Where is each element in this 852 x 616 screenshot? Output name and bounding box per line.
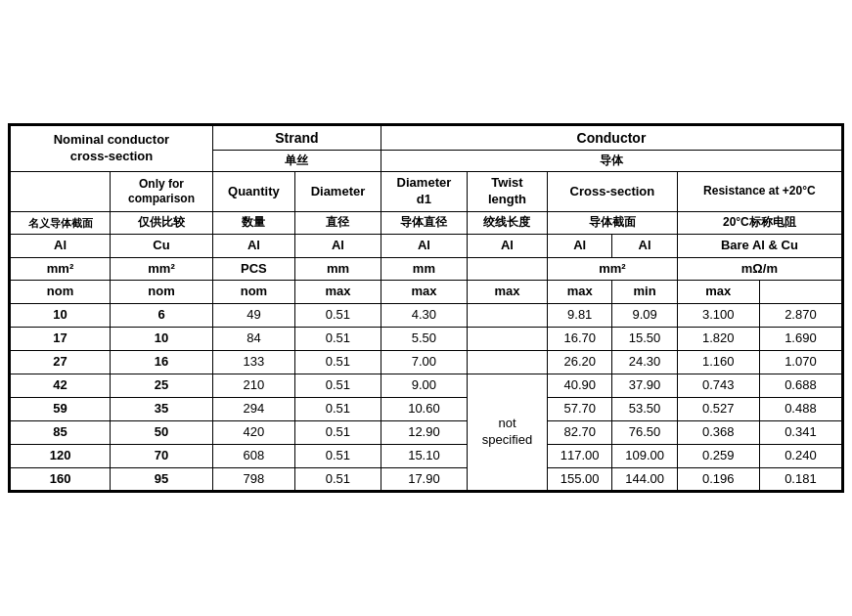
cell-8: 0.259 xyxy=(677,444,759,467)
cell-2: 420 xyxy=(212,420,294,444)
cell-1: 35 xyxy=(111,397,213,420)
cell-1: 70 xyxy=(111,444,213,467)
cell-0: 10 xyxy=(11,304,111,328)
cell-7: 109.00 xyxy=(612,444,677,467)
table-row: 106490.514.309.819.093.1002.870 xyxy=(11,304,842,328)
table-row: 160957980.5117.90155.00144.000.1960.181 xyxy=(11,467,842,491)
cell-4: 5.50 xyxy=(381,328,467,351)
table-row: 27161330.517.0026.2024.301.1601.070 xyxy=(11,351,842,374)
twist-empty xyxy=(467,328,547,351)
resistance-chinese: 20°C标称电阻 xyxy=(677,212,841,235)
cell-8: 1.820 xyxy=(677,328,759,351)
cell-3: 0.51 xyxy=(294,420,381,444)
section-header-row: Nominal conductor cross-section Strand C… xyxy=(11,125,842,150)
cell-9: 0.240 xyxy=(759,444,841,467)
cell-3: 0.51 xyxy=(294,328,381,351)
cell-7: 76.50 xyxy=(612,420,677,444)
cell-2: 294 xyxy=(212,397,294,420)
cell-7: 37.90 xyxy=(612,374,677,398)
material-al-tl: Al xyxy=(467,234,547,257)
cell-8: 3.100 xyxy=(677,304,759,328)
cell-6: 16.70 xyxy=(548,328,612,351)
cell-1: 16 xyxy=(111,351,213,374)
cell-4: 15.10 xyxy=(381,444,467,467)
cell-0: 160 xyxy=(11,467,111,491)
cell-8: 0.527 xyxy=(677,397,759,420)
cell-3: 0.51 xyxy=(294,304,381,328)
twist-length-chinese: 绞线长度 xyxy=(467,212,547,235)
cell-2: 798 xyxy=(212,467,294,491)
conductor-header: Conductor xyxy=(381,125,841,150)
main-table-container: Nominal conductor cross-section Strand C… xyxy=(8,123,844,494)
cell-6: 40.90 xyxy=(548,374,612,398)
min-cs: min xyxy=(612,281,677,304)
cell-8: 1.160 xyxy=(677,351,759,374)
material-al-q: Al xyxy=(212,234,294,257)
cell-1: 6 xyxy=(111,304,213,328)
cell-6: 9.81 xyxy=(548,304,612,328)
cell-3: 0.51 xyxy=(294,374,381,398)
chinese-subheader-row: 名义导体截面 仅供比较 数量 直径 导体直径 绞线长度 导体截面 20°C标称电… xyxy=(11,212,842,235)
unit-pcs: PCS xyxy=(212,257,294,281)
unit-twist xyxy=(467,257,547,281)
unit-al-mm2: mm² xyxy=(11,257,111,281)
cell-9: 0.688 xyxy=(759,374,841,398)
cell-0: 42 xyxy=(11,374,111,398)
cell-0: 59 xyxy=(11,397,111,420)
cell-4: 9.00 xyxy=(381,374,467,398)
cell-4: 7.00 xyxy=(381,351,467,374)
cell-1: 50 xyxy=(111,420,213,444)
cell-9: 0.181 xyxy=(759,467,841,491)
twist-not-specified: not specified xyxy=(467,374,547,491)
nom-qty: nom xyxy=(212,281,294,304)
max-dia: max xyxy=(294,281,381,304)
cell-4: 4.30 xyxy=(381,304,467,328)
nominal-conductor-header: Nominal conductor cross-section xyxy=(11,125,213,172)
cell-2: 133 xyxy=(212,351,294,374)
twist-length-header: Twist length xyxy=(467,172,547,212)
cell-9: 0.488 xyxy=(759,397,841,420)
cell-3: 0.51 xyxy=(294,444,381,467)
strand-chinese: 单丝 xyxy=(212,150,381,172)
cell-7: 144.00 xyxy=(612,467,677,491)
quantity-header: Quantity xyxy=(212,172,294,212)
table-row: 59352940.5110.6057.7053.500.5270.488 xyxy=(11,397,842,420)
cell-9: 1.070 xyxy=(759,351,841,374)
nom-cu: nom xyxy=(111,281,213,304)
cell-9: 2.870 xyxy=(759,304,841,328)
data-table: Nominal conductor cross-section Strand C… xyxy=(10,125,842,492)
table-row: 120706080.5115.10117.00109.000.2590.240 xyxy=(11,444,842,467)
cell-3: 0.51 xyxy=(294,397,381,420)
cross-section-header: Cross-section xyxy=(548,172,678,212)
cell-7: 24.30 xyxy=(612,351,677,374)
cell-2: 210 xyxy=(212,374,294,398)
diameter-d1-header: Diameter d1 xyxy=(381,172,467,212)
cell-1: 95 xyxy=(111,467,213,491)
unit-cs-mm2: mm² xyxy=(548,257,678,281)
unit-mm-dia: mm xyxy=(294,257,381,281)
cell-7: 15.50 xyxy=(612,328,677,351)
cell-7: 53.50 xyxy=(612,397,677,420)
cell-4: 10.60 xyxy=(381,397,467,420)
cell-8: 0.196 xyxy=(677,467,759,491)
cell-6: 57.70 xyxy=(548,397,612,420)
twist-empty xyxy=(467,351,547,374)
material-al-cs: Al xyxy=(548,234,612,257)
cell-8: 0.368 xyxy=(677,420,759,444)
table-row: 85504200.5112.9082.7076.500.3680.341 xyxy=(11,420,842,444)
nominal-conductor-chinese: 名义导体截面 xyxy=(11,212,111,235)
cell-6: 155.00 xyxy=(548,467,612,491)
cell-6: 117.00 xyxy=(548,444,612,467)
cell-2: 49 xyxy=(212,304,294,328)
units-row: mm² mm² PCS mm mm mm² mΩ/m xyxy=(11,257,842,281)
subheader-row: Only for comparison Quantity Diameter Di… xyxy=(11,172,842,212)
cell-9: 0.341 xyxy=(759,420,841,444)
cell-1: 10 xyxy=(111,328,213,351)
cell-4: 12.90 xyxy=(381,420,467,444)
unit-res: mΩ/m xyxy=(677,257,841,281)
resistance-header: Resistance at +20°C xyxy=(677,172,841,212)
diameter-d1-chinese: 导体直径 xyxy=(381,212,467,235)
material-bare-al-cu: Bare Al & Cu xyxy=(677,234,841,257)
max-cs: max xyxy=(548,281,612,304)
cell-7: 9.09 xyxy=(612,304,677,328)
